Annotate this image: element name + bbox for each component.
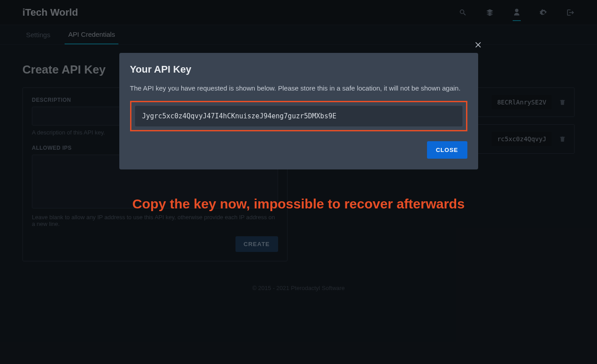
key-highlight-box: Jygrc5xc0z4QqvyJ47I4hCKnuiszeJ94eng7guzr… [130, 101, 467, 131]
modal-title: Your API Key [130, 64, 467, 75]
modal: Your API Key The API key you have reques… [119, 53, 478, 169]
modal-footer: CLOSE [130, 141, 467, 159]
close-icon[interactable] [474, 40, 483, 49]
annotation-text: Copy the key now, impossible to recover … [0, 196, 597, 212]
modal-text: The API key you have requested is shown … [130, 83, 467, 93]
api-key-value[interactable]: Jygrc5xc0z4QqvyJ47I4hCKnuiszeJ94eng7guzr… [135, 106, 462, 126]
modal-overlay: Your API Key The API key you have reques… [0, 0, 597, 364]
close-button[interactable]: CLOSE [427, 141, 467, 159]
